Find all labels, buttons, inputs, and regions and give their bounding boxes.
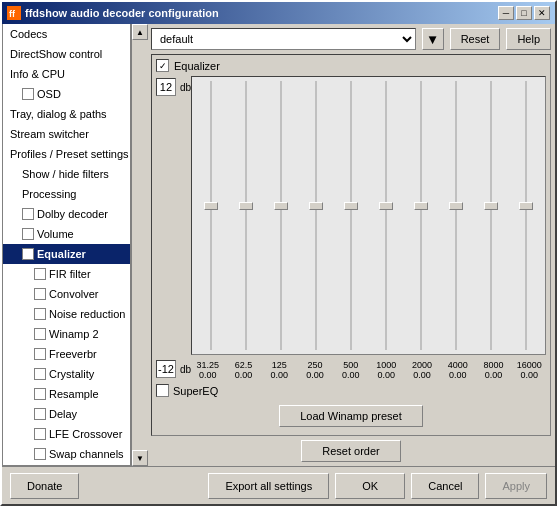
- slider-thumb-9[interactable]: [519, 202, 533, 210]
- sidebar-label-13: Convolver: [49, 285, 99, 303]
- slider-thumb-2[interactable]: [274, 202, 288, 210]
- sidebar-item-13[interactable]: Convolver: [3, 284, 130, 304]
- preset-dropdown[interactable]: default: [151, 28, 416, 50]
- slider-thumb-4[interactable]: [344, 202, 358, 210]
- slider-8[interactable]: [475, 81, 508, 350]
- reset-order-button[interactable]: Reset order: [301, 440, 401, 462]
- sidebar-checkbox-18[interactable]: [34, 388, 46, 400]
- sidebar-item-14[interactable]: Noise reduction: [3, 304, 130, 324]
- export-settings-button[interactable]: Export all settings: [208, 473, 329, 499]
- sidebar-checkbox-16[interactable]: [34, 348, 46, 360]
- top-scale-row: 12 db: [156, 78, 191, 96]
- slider-thumb-5[interactable]: [379, 202, 393, 210]
- minimize-button[interactable]: ─: [498, 6, 514, 20]
- sidebar-checkbox-21[interactable]: [34, 448, 46, 460]
- slider-1[interactable]: [229, 81, 262, 350]
- sidebar-label-7: Show / hide filters: [22, 165, 109, 183]
- slider-thumb-6[interactable]: [414, 202, 428, 210]
- super-eq-checkbox[interactable]: [156, 384, 169, 397]
- slider-5[interactable]: [369, 81, 402, 350]
- sidebar-item-7[interactable]: Show / hide filters: [3, 164, 130, 184]
- value-label-4: 0.00: [334, 370, 368, 380]
- sidebar-item-20[interactable]: LFE Crossover: [3, 424, 130, 444]
- load-winamp-preset-button[interactable]: Load Winamp preset: [279, 405, 423, 427]
- eq-label: Equalizer: [174, 60, 220, 72]
- sidebar-item-0[interactable]: Codecs: [3, 24, 130, 44]
- sidebar-item-9[interactable]: Dolby decoder: [3, 204, 130, 224]
- sidebar-item-4[interactable]: Tray, dialog & paths: [3, 104, 130, 124]
- sidebar-item-16[interactable]: Freeverbr: [3, 344, 130, 364]
- sidebar-label-10: Volume: [37, 225, 74, 243]
- sidebar-label-9: Dolby decoder: [37, 205, 108, 223]
- slider-4[interactable]: [334, 81, 367, 350]
- sidebar-item-17[interactable]: Crystality: [3, 364, 130, 384]
- slider-3[interactable]: [299, 81, 332, 350]
- apply-button[interactable]: Apply: [485, 473, 547, 499]
- value-label-3: 0.00: [298, 370, 332, 380]
- sidebar-checkbox-15[interactable]: [34, 328, 46, 340]
- sidebar-checkbox-20[interactable]: [34, 428, 46, 440]
- reset-button[interactable]: Reset: [450, 28, 501, 50]
- freq-labels: 31.2562.5125250500100020004000800016000: [191, 360, 546, 370]
- sidebar-item-8[interactable]: Processing: [3, 184, 130, 204]
- sidebar-item-18[interactable]: Resample: [3, 384, 130, 404]
- sidebar-checkbox-3[interactable]: [22, 88, 34, 100]
- slider-6[interactable]: [405, 81, 438, 350]
- close-button[interactable]: ✕: [534, 6, 550, 20]
- scroll-down-button[interactable]: ▼: [132, 450, 148, 466]
- slider-thumb-0[interactable]: [204, 202, 218, 210]
- sidebar-checkbox-10[interactable]: [22, 228, 34, 240]
- sidebar-checkbox-9[interactable]: [22, 208, 34, 220]
- sidebar-label-17: Crystality: [49, 365, 94, 383]
- sidebar-item-6[interactable]: Profiles / Preset settings: [3, 144, 130, 164]
- sidebar-label-19: Delay: [49, 405, 77, 423]
- preset-arrow-button[interactable]: ▼: [422, 28, 444, 50]
- slider-track-8: [490, 81, 492, 350]
- sidebar-item-12[interactable]: FIR filter: [3, 264, 130, 284]
- svg-text:ff: ff: [9, 9, 16, 19]
- help-button[interactable]: Help: [506, 28, 551, 50]
- sidebar-checkbox-17[interactable]: [34, 368, 46, 380]
- sidebar-label-6: Profiles / Preset settings: [10, 145, 129, 163]
- scroll-up-button[interactable]: ▲: [132, 24, 148, 40]
- sidebar-item-1[interactable]: DirectShow control: [3, 44, 130, 64]
- ok-button[interactable]: OK: [335, 473, 405, 499]
- sidebar-checkbox-11[interactable]: ✓: [22, 248, 34, 260]
- eq-enable-checkbox[interactable]: ✓: [156, 59, 169, 72]
- scroll-track: [132, 40, 147, 450]
- maximize-button[interactable]: □: [516, 6, 532, 20]
- cancel-button[interactable]: Cancel: [411, 473, 479, 499]
- sidebar-item-3[interactable]: OSD: [3, 84, 130, 104]
- slider-track-7: [455, 81, 457, 350]
- slider-0[interactable]: [194, 81, 227, 350]
- freq-label-8: 8000: [477, 360, 511, 370]
- sidebar-checkbox-14[interactable]: [34, 308, 46, 320]
- sidebar-scrollbar: ▲ ▼: [131, 24, 147, 466]
- sidebar-item-2[interactable]: Info & CPU: [3, 64, 130, 84]
- sidebar-item-15[interactable]: Winamp 2: [3, 324, 130, 344]
- sidebar-item-10[interactable]: Volume: [3, 224, 130, 244]
- sidebar-item-19[interactable]: Delay: [3, 404, 130, 424]
- slider-thumb-3[interactable]: [309, 202, 323, 210]
- sidebar-label-2: Info & CPU: [10, 65, 65, 83]
- sidebar-label-15: Winamp 2: [49, 325, 99, 343]
- title-buttons: ─ □ ✕: [498, 6, 550, 20]
- sidebar-item-5[interactable]: Stream switcher: [3, 124, 130, 144]
- sidebar-checkbox-13[interactable]: [34, 288, 46, 300]
- slider-thumb-1[interactable]: [239, 202, 253, 210]
- slider-7[interactable]: [440, 81, 473, 350]
- sidebar-checkbox-12[interactable]: [34, 268, 46, 280]
- freq-label-3: 250: [298, 360, 332, 370]
- sidebar-label-12: FIR filter: [49, 265, 91, 283]
- slider-thumb-8[interactable]: [484, 202, 498, 210]
- sidebar-label-1: DirectShow control: [10, 45, 102, 63]
- slider-9[interactable]: [510, 81, 543, 350]
- sidebar-item-11[interactable]: ✓Equalizer: [3, 244, 130, 264]
- donate-button[interactable]: Donate: [10, 473, 79, 499]
- sliders-row: [191, 76, 546, 355]
- sidebar-label-11: Equalizer: [37, 245, 86, 263]
- slider-thumb-7[interactable]: [449, 202, 463, 210]
- sidebar-item-21[interactable]: Swap channels: [3, 444, 130, 464]
- sidebar-checkbox-19[interactable]: [34, 408, 46, 420]
- slider-2[interactable]: [264, 81, 297, 350]
